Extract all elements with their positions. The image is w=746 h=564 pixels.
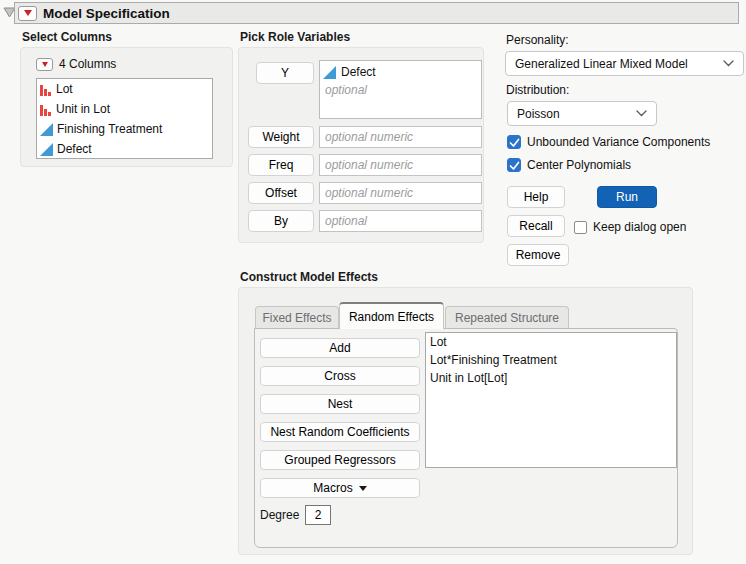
y-drop-zone[interactable]: Defect optional [319, 60, 482, 119]
red-triangle-icon [42, 62, 48, 67]
keep-dialog-open-label: Keep dialog open [593, 220, 686, 234]
pick-roles-header: Pick Role Variables [240, 30, 350, 44]
cross-button[interactable]: Cross [260, 366, 420, 386]
personality-dropdown[interactable]: Generalized Linear Mixed Model [505, 51, 744, 76]
weight-input[interactable] [319, 126, 482, 148]
nest-random-coefficients-button[interactable]: Nest Random Coefficients [260, 422, 420, 442]
nest-button[interactable]: Nest [260, 394, 420, 414]
checkbox-checked-icon[interactable] [507, 135, 521, 149]
nominal-bars-icon [40, 83, 52, 96]
column-list-item[interactable]: Finishing Treatment [37, 119, 212, 139]
remove-button[interactable]: Remove [507, 244, 569, 266]
unbounded-variance-checkbox-row[interactable]: Unbounded Variance Components [507, 135, 710, 149]
by-input[interactable] [319, 210, 482, 232]
offset-role-button[interactable]: Offset [248, 182, 314, 204]
by-role-button[interactable]: By [248, 210, 314, 232]
macros-button[interactable]: Macros [260, 478, 420, 498]
columns-listbox[interactable]: Lot Unit in Lot Finishing Treatment Defe… [36, 78, 213, 159]
checkbox-unchecked-icon[interactable] [574, 221, 587, 234]
effect-list-item[interactable]: Lot [426, 333, 676, 351]
y-role-value[interactable]: Defect [320, 61, 481, 81]
columns-menu-button[interactable] [36, 58, 53, 71]
nominal-bars-icon [40, 103, 52, 116]
effect-list-item[interactable]: Lot*Finishing Treatment [426, 351, 676, 369]
y-role-button[interactable]: Y [256, 62, 314, 84]
page-title: Model Specification [43, 6, 170, 21]
keep-dialog-open-checkbox-row[interactable]: Keep dialog open [574, 220, 686, 234]
add-button[interactable]: Add [260, 338, 420, 358]
weight-role-button[interactable]: Weight [248, 126, 314, 148]
recall-button[interactable]: Recall [507, 215, 565, 237]
center-polynomials-checkbox-row[interactable]: Center Polynomials [507, 158, 631, 172]
continuous-triangle-icon [40, 143, 53, 156]
grouped-regressors-button[interactable]: Grouped Regressors [260, 450, 420, 470]
tab-fixed-effects[interactable]: Fixed Effects [255, 306, 339, 329]
column-list-item[interactable]: Unit in Lot [37, 99, 212, 119]
pick-roles-panel: Y Defect optional Weight Freq Offset By [238, 47, 484, 243]
distribution-label: Distribution: [506, 83, 569, 97]
chevron-down-icon [723, 60, 734, 67]
random-effects-tab-pane: Add Cross Nest Nest Random Coefficients … [254, 328, 678, 548]
continuous-triangle-icon [40, 123, 53, 136]
title-band: Model Specification [14, 2, 739, 24]
effects-panel: Fixed Effects Random Effects Repeated St… [238, 287, 693, 555]
distribution-dropdown[interactable]: Poisson [507, 101, 657, 126]
red-triangle-icon [24, 10, 32, 16]
select-columns-header: Select Columns [22, 30, 112, 44]
freq-input[interactable] [319, 154, 482, 176]
columns-count-label: 4 Columns [59, 57, 116, 71]
select-columns-panel: 4 Columns Lot Unit in Lot Finishing Trea… [20, 47, 233, 167]
effect-list-item[interactable]: Unit in Lot[Lot] [426, 369, 676, 387]
y-optional-placeholder: optional [320, 81, 481, 97]
run-button[interactable]: Run [597, 186, 657, 208]
effects-listbox[interactable]: Lot Lot*Finishing Treatment Unit in Lot[… [425, 332, 677, 468]
degree-input[interactable] [305, 505, 331, 525]
personality-label: Personality: [506, 33, 569, 47]
help-button[interactable]: Help [507, 186, 565, 208]
checkbox-checked-icon[interactable] [507, 158, 521, 172]
offset-input[interactable] [319, 182, 482, 204]
tab-random-effects[interactable]: Random Effects [339, 302, 444, 329]
chevron-down-icon [636, 110, 647, 117]
continuous-triangle-icon [323, 66, 336, 79]
caret-down-icon [359, 486, 367, 491]
red-triangle-menu-button[interactable] [18, 6, 37, 21]
column-list-item[interactable]: Defect [37, 139, 212, 159]
unbounded-variance-label: Unbounded Variance Components [527, 135, 710, 149]
degree-label: Degree [260, 508, 299, 522]
effects-header: Construct Model Effects [240, 270, 378, 284]
tab-repeated-structure[interactable]: Repeated Structure [445, 306, 569, 329]
freq-role-button[interactable]: Freq [248, 154, 314, 176]
center-polynomials-label: Center Polynomials [527, 158, 631, 172]
column-list-item[interactable]: Lot [37, 79, 212, 99]
